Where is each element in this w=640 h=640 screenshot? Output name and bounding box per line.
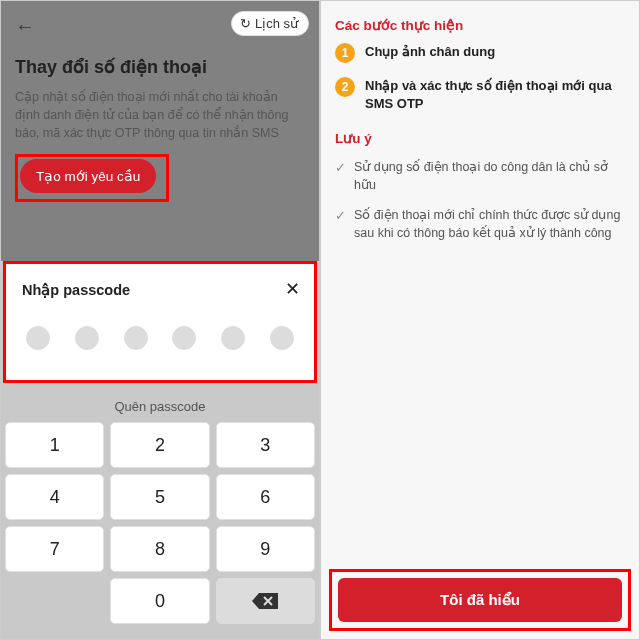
left-pane: ← ↻ Lịch sử Thay đổi số điện thoại Cập n… bbox=[0, 0, 320, 640]
step-2-text: Nhập và xác thực số điện thoại mới qua S… bbox=[365, 77, 625, 112]
history-button[interactable]: ↻ Lịch sử bbox=[231, 11, 309, 36]
step-2: 2 Nhập và xác thực số điện thoại mới qua… bbox=[335, 77, 625, 112]
keypad-6[interactable]: 6 bbox=[216, 474, 315, 520]
passcode-title: Nhập passcode bbox=[22, 282, 298, 298]
passcode-dot bbox=[270, 326, 294, 350]
step-badge-1: 1 bbox=[335, 43, 355, 63]
step-1-text: Chụp ảnh chân dung bbox=[365, 43, 495, 61]
keypad-2[interactable]: 2 bbox=[110, 422, 209, 468]
numeric-keypad: 1 2 3 4 5 6 7 8 9 0 bbox=[1, 422, 319, 624]
steps-heading: Các bước thực hiện bbox=[335, 17, 625, 33]
backspace-icon bbox=[251, 592, 279, 610]
keypad-7[interactable]: 7 bbox=[5, 526, 104, 572]
keypad-5[interactable]: 5 bbox=[110, 474, 209, 520]
check-icon: ✓ bbox=[335, 159, 346, 194]
passcode-card-highlight: Nhập passcode ✕ bbox=[3, 261, 317, 383]
passcode-dot bbox=[75, 326, 99, 350]
right-pane: Các bước thực hiện 1 Chụp ảnh chân dung … bbox=[320, 0, 640, 640]
keypad-blank bbox=[5, 578, 104, 624]
passcode-overlay: Nhập passcode ✕ Quên passcode 1 bbox=[1, 261, 319, 639]
note-item: ✓ Số điện thoại mới chỉ chính thức được … bbox=[335, 206, 625, 242]
notes-list: ✓ Sử dụng số điện thoại do công dân là c… bbox=[335, 158, 625, 255]
passcode-dot bbox=[221, 326, 245, 350]
keypad-1[interactable]: 1 bbox=[5, 422, 104, 468]
history-icon: ↻ bbox=[240, 16, 251, 31]
keypad-0[interactable]: 0 bbox=[110, 578, 209, 624]
understood-button[interactable]: Tôi đã hiểu bbox=[338, 578, 622, 622]
left-header-area: ← ↻ Lịch sử Thay đổi số điện thoại Cập n… bbox=[1, 1, 319, 261]
note-item: ✓ Sử dụng số điện thoại do công dân là c… bbox=[335, 158, 625, 194]
history-label: Lịch sử bbox=[255, 16, 298, 31]
keypad-8[interactable]: 8 bbox=[110, 526, 209, 572]
page-title: Thay đổi số điện thoại bbox=[15, 56, 305, 78]
passcode-dots bbox=[22, 326, 298, 350]
step-1: 1 Chụp ảnh chân dung bbox=[335, 43, 625, 63]
passcode-dot bbox=[124, 326, 148, 350]
keypad-9[interactable]: 9 bbox=[216, 526, 315, 572]
create-request-button[interactable]: Tạo mới yêu cầu bbox=[20, 159, 156, 193]
step-badge-2: 2 bbox=[335, 77, 355, 97]
cta-highlight: Tôi đã hiểu bbox=[329, 569, 631, 631]
forgot-passcode-link[interactable]: Quên passcode bbox=[1, 399, 319, 414]
passcode-dot bbox=[26, 326, 50, 350]
create-request-highlight: Tạo mới yêu cầu bbox=[15, 154, 169, 202]
note-text: Số điện thoại mới chỉ chính thức được sử… bbox=[354, 206, 625, 242]
close-icon[interactable]: ✕ bbox=[285, 278, 300, 300]
passcode-card: Nhập passcode ✕ bbox=[6, 264, 314, 380]
keypad-4[interactable]: 4 bbox=[5, 474, 104, 520]
keypad-3[interactable]: 3 bbox=[216, 422, 315, 468]
passcode-dot bbox=[172, 326, 196, 350]
keypad-backspace[interactable] bbox=[216, 578, 315, 624]
notes-heading: Lưu ý bbox=[335, 130, 625, 146]
note-text: Sử dụng số điện thoại do công dân là chủ… bbox=[354, 158, 625, 194]
page-description: Cập nhật số điện thoại mới nhất cho tài … bbox=[15, 88, 305, 142]
check-icon: ✓ bbox=[335, 207, 346, 242]
